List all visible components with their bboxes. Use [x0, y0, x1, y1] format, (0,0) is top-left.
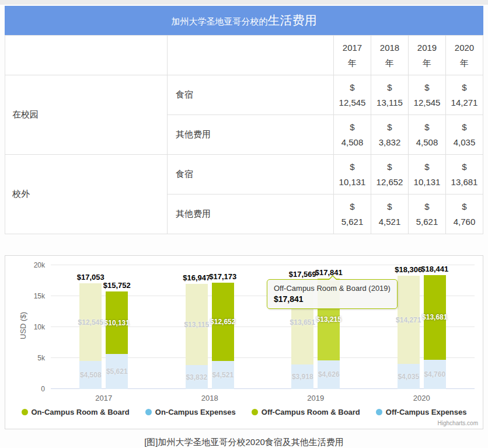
legend-item[interactable]: On-Campus Room & Board [22, 408, 130, 416]
page-content: 加州大学圣地亚哥分校的生活费用 2017 年 2018 年 2019 年 202… [0, 5, 488, 448]
table-row: 在校园 食宿 $ 12,545 $ 13,115 $ 12,545 $ 14,2… [5, 75, 483, 115]
bar-segment[interactable]: $4,760 [424, 360, 446, 389]
year-header-2017: 2017 年 [334, 36, 371, 75]
legend-marker-icon [252, 409, 258, 415]
bar-data-label: $4,508 [80, 371, 102, 379]
table-row: 校外 食宿 $ 10,131 $ 12,652 $ 10,131 $ 13,68… [5, 155, 483, 195]
on-campus-stack[interactable]: $18,306$14,271$4,035 [398, 265, 420, 389]
table-cell: $ 10,131 [334, 155, 371, 195]
stack-total-label: $17,053 [77, 273, 104, 282]
table-cell: $ 10,131 [409, 155, 446, 195]
off-campus-stack[interactable]: $18,441$13,681$4,760 [424, 265, 446, 389]
bar-segment[interactable]: $4,508 [79, 361, 102, 389]
y-axis-tick-label: 5k [37, 354, 45, 362]
stack-total-label: $17,569 [289, 270, 316, 279]
table-cell: $ 12,652 [371, 155, 409, 195]
legend-item[interactable]: On-Campus Expenses [145, 408, 236, 416]
table-title: 加州大学圣地亚哥分校的生活费用 [5, 6, 483, 35]
table-cell: $ 4,760 [446, 195, 483, 234]
bar-segment[interactable]: $14,271 [398, 276, 420, 364]
legend-marker-icon [145, 409, 152, 415]
x-axis-label: 2020 [369, 394, 475, 402]
x-axis-labels: 2017201820192020 [51, 394, 475, 402]
bar-segment[interactable]: $5,621 [106, 354, 128, 389]
year-header-2018: 2018 年 [371, 36, 409, 75]
bar-data-label: $13,651 [290, 318, 315, 327]
bar-segment[interactable]: $4,035 [398, 364, 420, 389]
off-campus-stack[interactable]: $15,752$10,131$5,621 [106, 281, 128, 389]
table-cell: $ 13,681 [446, 155, 483, 195]
on-campus-stack[interactable]: $17,053$12,545$4,508 [79, 273, 102, 389]
bar-segment[interactable]: $10,131 [106, 291, 128, 354]
page-top-strip [0, 0, 488, 5]
highcharts-credits-link[interactable]: Highcharts.com [438, 420, 478, 426]
table-cell: $ 5,621 [409, 195, 446, 234]
legend-label: Off-Campus Room & Board [262, 408, 360, 416]
legend-marker-icon [376, 409, 382, 415]
table-cell: $ 12,545 [409, 75, 446, 115]
row-label-other-expenses: 其他费用 [168, 195, 334, 234]
stack-total-label: $18,441 [421, 265, 448, 273]
bar-data-label: $12,545 [78, 318, 103, 327]
bar-data-label: $12,652 [210, 318, 235, 326]
stack-total-label: $17,173 [209, 272, 236, 281]
x-axis-label: 2019 [263, 394, 369, 402]
table-cell: $ 5,621 [334, 195, 371, 234]
legend-item[interactable]: Off-Campus Room & Board [252, 408, 360, 416]
stack-total-label: $15,752 [103, 281, 131, 290]
bar-data-label: $4,626 [318, 370, 340, 378]
bar-data-label: $4,760 [424, 370, 445, 378]
table-cell: $ 4,508 [334, 115, 371, 155]
chart-tooltip: Off-Campus Room & Board (2019) $17,841 [267, 279, 398, 309]
on-campus-stack[interactable]: $16,947$13,115$3,832 [186, 273, 208, 389]
stack-total-label: $18,306 [395, 265, 422, 274]
plot-area: 05k10k15k20k$17,053$12,545$4,508$15,752$… [51, 265, 475, 389]
legend-label: On-Campus Expenses [155, 408, 236, 416]
figure-caption: [图]加州大学圣地亚哥分校2020食宿及其他生活费用 [5, 437, 483, 448]
category-group: $16,947$13,115$3,832$17,173$12,652$4,521 [157, 265, 263, 389]
chart-legend: On-Campus Room & BoardOn-Campus Expenses… [5, 408, 483, 416]
table-cell: $ 14,271 [446, 75, 483, 115]
living-costs-table: 加州大学圣地亚哥分校的生活费用 2017 年 2018 年 2019 年 202… [5, 6, 483, 234]
bar-segment[interactable]: $13,681 [424, 275, 446, 360]
bar-groups: $17,053$12,545$4,508$15,752$10,131$5,621… [51, 265, 475, 389]
bar-data-label: $4,035 [398, 373, 419, 381]
tooltip-value: $17,841 [274, 294, 391, 304]
table-cell: $ 12,545 [334, 75, 371, 115]
bar-data-label: $3,832 [186, 373, 207, 381]
y-axis-tick-label: 20k [34, 261, 45, 269]
bar-data-label: $5,621 [106, 367, 128, 376]
stack-total-label: $16,947 [183, 273, 210, 282]
tooltip-series-label: Off-Campus Room & Board (2019) [274, 284, 391, 293]
off-campus-stack[interactable]: $17,173$12,652$4,521 [212, 272, 234, 389]
empty-header-cell [168, 36, 334, 75]
bar-segment[interactable]: $4,521 [212, 361, 234, 389]
legend-marker-icon [22, 409, 28, 415]
legend-label: Off-Campus Expenses [386, 408, 467, 416]
bar-segment[interactable]: $3,918 [291, 364, 313, 389]
table-cell: $ 4,035 [446, 115, 483, 155]
bar-segment[interactable]: $12,652 [212, 283, 234, 361]
bar-segment[interactable]: $3,832 [186, 365, 208, 389]
x-axis-label: 2018 [157, 394, 263, 402]
row-label-room-board: 食宿 [168, 75, 334, 115]
row-label-room-board: 食宿 [168, 155, 334, 195]
bar-data-label: $13,115 [184, 321, 209, 329]
legend-item[interactable]: Off-Campus Expenses [376, 408, 467, 416]
year-header-2019: 2019 年 [409, 36, 446, 75]
table-cell: $ 13,115 [371, 75, 409, 115]
bar-segment[interactable]: $13,115 [186, 284, 208, 365]
bar-data-label: $10,131 [104, 319, 130, 327]
bar-segment[interactable]: $12,545 [79, 283, 102, 361]
table-cell: $ 3,832 [371, 115, 409, 155]
table-cell: $ 4,521 [371, 195, 409, 234]
year-header-2020: 2020 年 [446, 36, 483, 75]
group-label-on-campus: 在校园 [5, 75, 168, 155]
table-title-prefix: 加州大学圣地亚哥分校的 [172, 16, 268, 26]
x-axis-label: 2017 [51, 394, 157, 402]
legend-label: On-Campus Room & Board [32, 408, 130, 416]
row-label-other-expenses: 其他费用 [168, 115, 334, 155]
table-header-row: 2017 年 2018 年 2019 年 2020 年 [5, 36, 483, 75]
bar-segment[interactable]: $4,626 [318, 360, 340, 389]
highcharts-chart: USD ($) 05k10k15k20k$17,053$12,545$4,508… [5, 255, 483, 429]
